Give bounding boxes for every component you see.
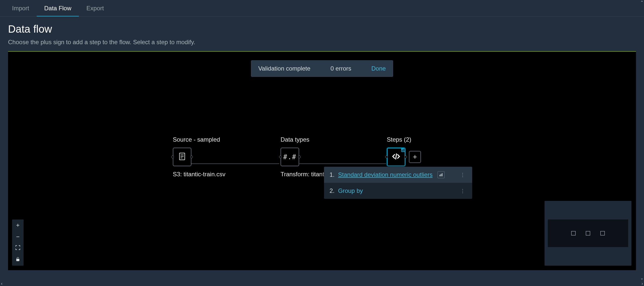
node-data-types[interactable]: Data types #.# Transform: titantic xyxy=(281,136,329,178)
svg-rect-8 xyxy=(404,148,405,151)
node-steps[interactable]: Steps (2) xyxy=(387,136,421,166)
node-types-sub: Transform: titantic xyxy=(281,171,329,178)
canvas-wrap: Validation complete 0 errors Done Source… xyxy=(8,51,636,270)
zoom-controls: + − xyxy=(12,219,24,266)
page-title: Data flow xyxy=(8,23,636,35)
plus-icon: + xyxy=(16,222,20,229)
minimap[interactable] xyxy=(545,201,631,266)
steps-popover-row[interactable]: 2. Group by ⋮ xyxy=(324,183,472,199)
port-in xyxy=(171,156,174,158)
svg-rect-13 xyxy=(17,259,19,261)
toast-done-link[interactable]: Done xyxy=(371,65,386,72)
step-number: 1. xyxy=(330,171,335,178)
page-subtitle: Choose the plus sign to add a step to th… xyxy=(8,39,636,46)
toast-message: Validation complete xyxy=(258,65,310,72)
steps-popover-row[interactable]: 1. Standard deviation numeric outliers ⋮ xyxy=(324,167,472,183)
kebab-icon[interactable]: ⋮ xyxy=(459,188,467,194)
lock-button[interactable] xyxy=(12,254,24,266)
svg-rect-10 xyxy=(440,175,440,176)
flow-canvas[interactable]: Validation complete 0 errors Done Source… xyxy=(8,52,636,270)
tab-import[interactable]: Import xyxy=(5,0,37,16)
tab-data-flow[interactable]: Data Flow xyxy=(37,0,79,16)
zoom-out-button[interactable]: − xyxy=(12,231,24,243)
minus-icon: − xyxy=(16,233,20,240)
node-source-sub: S3: titantic-train.csv xyxy=(173,171,225,178)
svg-rect-6 xyxy=(402,150,402,151)
node-types-label: Data types xyxy=(281,136,329,143)
port-in xyxy=(385,156,388,158)
scroll-up-indicator: ⌃ xyxy=(640,0,643,5)
minimap-viewport xyxy=(548,219,628,247)
add-step-button[interactable]: + xyxy=(409,151,421,163)
top-tabs: Import Data Flow Export xyxy=(0,0,644,17)
node-types-box[interactable]: #.# xyxy=(281,148,299,166)
kebab-icon[interactable]: ⋮ xyxy=(459,172,467,178)
svg-line-9 xyxy=(396,153,396,159)
horizontal-scrollbar[interactable]: ‹ › xyxy=(0,281,644,286)
zoom-in-button[interactable]: + xyxy=(12,219,24,231)
tab-export[interactable]: Export xyxy=(79,0,111,16)
fit-screen-button[interactable] xyxy=(12,243,24,254)
step-link[interactable]: Standard deviation numeric outliers xyxy=(338,171,433,178)
node-source-label: Source - sampled xyxy=(173,136,225,143)
port-in xyxy=(279,156,282,158)
svg-rect-11 xyxy=(441,174,442,176)
port-out xyxy=(298,156,301,158)
expand-icon xyxy=(15,245,21,252)
node-steps-box[interactable] xyxy=(387,148,405,166)
port-out xyxy=(404,156,407,158)
port-out xyxy=(190,156,193,158)
validation-toast: Validation complete 0 errors Done xyxy=(251,60,393,77)
svg-rect-12 xyxy=(442,173,443,176)
node-steps-label: Steps (2) xyxy=(387,136,421,143)
chart-badge-icon xyxy=(401,148,405,152)
step-number: 2. xyxy=(330,187,335,194)
node-source-box[interactable] xyxy=(173,148,191,166)
minimap-node xyxy=(586,231,590,236)
step-link[interactable]: Group by xyxy=(338,187,363,194)
node-source[interactable]: Source - sampled S3: titantic-train. xyxy=(173,136,225,178)
lock-icon xyxy=(15,256,21,263)
code-icon xyxy=(391,151,401,162)
scroll-down-indicator: ⌄ xyxy=(640,276,643,280)
scroll-left-icon[interactable]: ‹ xyxy=(1,281,3,286)
minimap-node xyxy=(571,231,576,236)
hash-icon: #.# xyxy=(283,153,297,161)
page-header: Data flow Choose the plus sign to add a … xyxy=(0,17,644,51)
file-icon xyxy=(178,152,187,162)
minimap-node xyxy=(600,231,605,236)
svg-rect-7 xyxy=(403,149,404,151)
steps-popover: 1. Standard deviation numeric outliers ⋮… xyxy=(324,167,472,199)
scroll-right-icon[interactable]: › xyxy=(641,281,643,286)
chart-icon[interactable] xyxy=(438,171,445,178)
toast-errors: 0 errors xyxy=(331,65,351,72)
plus-icon: + xyxy=(413,153,417,161)
